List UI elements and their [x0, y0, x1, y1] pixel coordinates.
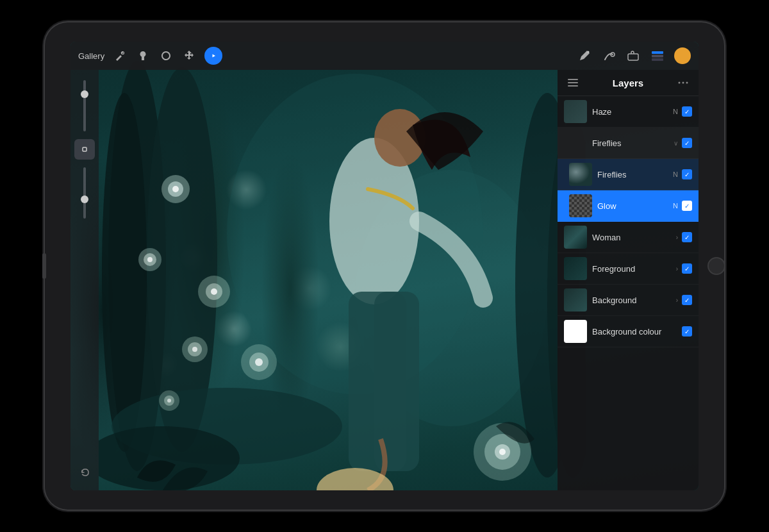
toolbar-left: Gallery	[78, 47, 577, 65]
svg-rect-43	[652, 55, 663, 58]
layer-fireflies-inner-visibility[interactable]: ✓	[682, 169, 692, 179]
layer-woman-thumb	[564, 226, 587, 249]
toolbar: Gallery	[70, 42, 699, 70]
undo-button[interactable]	[74, 462, 95, 483]
side-button[interactable]	[42, 253, 46, 279]
svg-point-26	[192, 347, 197, 352]
layer-fireflies-inner-info: Fireflies	[597, 169, 668, 180]
svg-point-23	[211, 288, 217, 295]
svg-rect-44	[652, 58, 663, 61]
ipad-frame: Gallery	[45, 22, 724, 510]
layer-haze-thumb	[564, 100, 587, 123]
svg-rect-46	[568, 79, 578, 80]
svg-point-36	[499, 449, 506, 455]
svg-point-49	[679, 82, 681, 84]
layers-header: Layers	[558, 70, 699, 96]
layer-woman-name: Woman	[592, 233, 621, 242]
opacity-slider[interactable]	[83, 80, 86, 131]
layer-foreground-thumb	[564, 257, 587, 280]
layer-glow-name: Glow	[597, 201, 616, 211]
svg-point-29	[255, 358, 263, 366]
layer-woman-visibility[interactable]: ✓	[682, 232, 692, 242]
layer-haze-info: Haze	[592, 106, 668, 117]
layer-glow-mode: N	[673, 202, 678, 210]
home-button[interactable]	[707, 257, 725, 275]
layer-foreground-visibility[interactable]: ✓	[682, 263, 692, 274]
svg-rect-42	[652, 51, 663, 54]
layer-background-group[interactable]: Background › ✓	[558, 285, 699, 316]
layer-haze-mode: N	[673, 108, 678, 115]
layer-fireflies-inner-actions: N ✓	[673, 169, 692, 179]
draw-button[interactable]	[577, 48, 592, 63]
video-record-button[interactable]	[204, 47, 222, 65]
layers-button[interactable]	[650, 48, 665, 63]
layer-fireflies-group-visibility[interactable]: ✓	[682, 138, 692, 148]
svg-point-17	[172, 186, 179, 192]
layer-glow-actions: N ✓	[673, 201, 692, 211]
layer-background-colour[interactable]: Background colour ✓	[558, 316, 699, 347]
svg-rect-41	[628, 54, 638, 60]
svg-point-50	[682, 82, 684, 84]
layer-fireflies-inner-thumb	[569, 163, 592, 186]
erase-button[interactable]	[625, 48, 641, 63]
layers-title: Layers	[579, 78, 677, 88]
layer-fireflies-group-info: Fireflies	[592, 137, 668, 149]
layers-panel: Layers Haze	[558, 70, 699, 490]
adjustments-button[interactable]	[135, 48, 151, 63]
color-swatch[interactable]	[674, 47, 691, 64]
layer-fireflies-group-name: Fireflies	[592, 138, 622, 148]
layer-background-visibility[interactable]: ✓	[682, 295, 692, 305]
transform-button[interactable]	[181, 48, 197, 63]
svg-rect-45	[83, 147, 87, 151]
layer-glow-info: Glow	[597, 200, 668, 212]
svg-point-3	[102, 93, 147, 452]
toolbar-right	[577, 47, 691, 64]
layer-woman-group[interactable]: Woman › ✓	[558, 222, 699, 253]
layer-background-thumb	[564, 288, 587, 312]
layer-foreground-actions: › ✓	[676, 263, 692, 274]
size-slider[interactable]	[83, 167, 86, 219]
layer-haze[interactable]: Haze N ✓	[558, 96, 699, 128]
layer-haze-name: Haze	[592, 107, 611, 117]
layer-background-colour-info: Background colour	[592, 326, 677, 337]
group-chevron: ∨	[674, 140, 678, 147]
layer-background-actions: › ✓	[676, 295, 692, 305]
layer-background-colour-thumb	[564, 320, 587, 343]
layer-background-info: Background	[592, 294, 671, 306]
svg-point-51	[686, 82, 688, 84]
layer-haze-visibility[interactable]: ✓	[682, 106, 692, 117]
smudge-button[interactable]	[601, 48, 616, 63]
layer-glow[interactable]: Glow N ✓	[558, 190, 699, 222]
left-sidebar	[70, 70, 99, 490]
woman-chevron: ›	[676, 234, 678, 241]
layer-foreground-name: Foreground	[592, 264, 635, 274]
layer-background-colour-actions: ✓	[682, 326, 692, 337]
layer-fireflies-group-actions: ∨ ✓	[674, 138, 692, 148]
selection-button[interactable]	[158, 48, 174, 63]
svg-point-39	[588, 51, 590, 53]
layer-background-name: Background	[592, 295, 636, 305]
layer-haze-actions: N ✓	[673, 106, 692, 117]
layers-menu-button[interactable]	[566, 76, 579, 89]
screen: Gallery	[70, 42, 699, 490]
sidebar-brush-tool[interactable]	[74, 139, 95, 160]
layer-fireflies-inner-mode: N	[673, 170, 678, 178]
layer-fireflies-inner-name: Fireflies	[597, 170, 627, 179]
layer-foreground-info: Foreground	[592, 263, 671, 274]
layer-glow-visibility[interactable]: ✓	[682, 201, 692, 211]
layer-foreground-group[interactable]: Foreground › ✓	[558, 253, 699, 285]
layer-background-colour-visibility[interactable]: ✓	[682, 326, 692, 337]
svg-point-32	[167, 399, 171, 403]
layer-woman-info: Woman	[592, 231, 671, 243]
gallery-button[interactable]: Gallery	[78, 51, 104, 61]
layers-options-button[interactable]	[677, 76, 690, 89]
layers-list: Haze N ✓ Fireflies ∨ ✓	[558, 96, 699, 490]
svg-rect-47	[568, 82, 578, 83]
layer-glow-thumb	[569, 194, 592, 217]
layer-fireflies-inner[interactable]: Fireflies N ✓	[558, 159, 699, 190]
layer-woman-actions: › ✓	[676, 232, 692, 242]
actions-button[interactable]	[112, 48, 128, 63]
foreground-chevron: ›	[676, 265, 678, 272]
layer-background-colour-name: Background colour	[592, 327, 661, 337]
layer-fireflies-group[interactable]: Fireflies ∨ ✓	[558, 128, 699, 159]
